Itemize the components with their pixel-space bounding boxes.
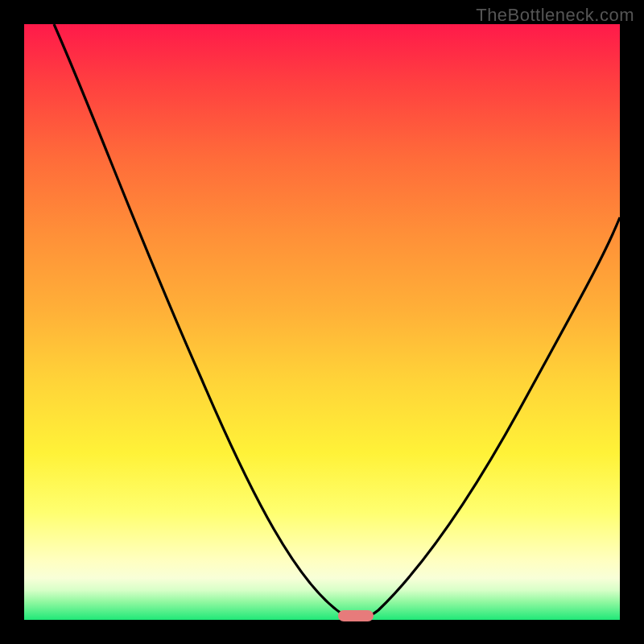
watermark-text: TheBottleneck.com (476, 5, 634, 26)
optimal-marker (338, 610, 374, 621)
bottleneck-curve (24, 24, 620, 620)
chart-frame: TheBottleneck.com (0, 0, 644, 644)
plot-area (24, 24, 620, 620)
curve-path (54, 24, 620, 618)
